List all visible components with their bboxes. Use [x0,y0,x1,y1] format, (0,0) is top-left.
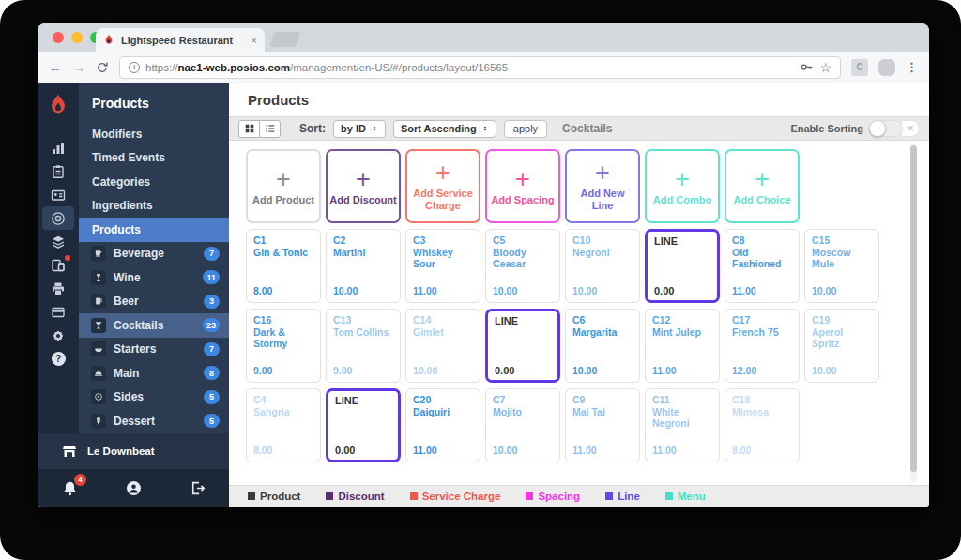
product-card-c16[interactable]: C16Dark & Stormy9.00 [246,309,321,383]
extension-blob-icon[interactable] [878,59,895,76]
sidebar-category-beer[interactable]: Beer3 [79,290,229,314]
rail-payments-button[interactable] [42,300,74,324]
rail-help-button[interactable]: ? [42,347,74,371]
rail-customers-button[interactable] [42,183,74,206]
product-card-c13[interactable]: C13Tom Collins9.00 [326,309,401,383]
product-card-c7[interactable]: C7Mojito10.00 [485,388,560,462]
sort-order-select[interactable]: Sort Ascending [393,120,496,138]
product-card-c17[interactable]: C17French 7512.00 [725,309,800,383]
apply-button[interactable]: apply [504,120,547,138]
close-window-button[interactable] [53,32,64,43]
product-card-c9[interactable]: C9Mai Tai11.00 [565,388,640,462]
sort-by-select[interactable]: by ID [333,120,386,138]
legend-label: Service Charge [422,491,501,502]
reload-icon[interactable] [96,61,109,74]
product-code: C7 [493,394,553,406]
line-card[interactable]: LINE0.00 [645,229,720,303]
product-card-c10[interactable]: C10Negroni10.00 [565,229,640,303]
product-card-c15[interactable]: C15Moscow Mule10.00 [804,229,879,303]
product-price: 11.00 [652,445,712,457]
add-button-add-discount[interactable]: +Add Discount [326,149,401,223]
rail-reports-button[interactable] [42,136,74,159]
add-button-label: Add New Line [569,188,636,211]
rail-settings-button[interactable] [42,324,74,347]
scrollbar-thumb[interactable] [910,145,917,472]
product-card-content: C14Gimlet10.00 [413,314,473,377]
rail-printers-button[interactable] [42,277,74,300]
key-icon[interactable] [800,60,814,74]
product-card-c8[interactable]: C8Old Fashioned11.00 [725,229,800,303]
browser-menu-icon[interactable]: ⋮ [906,60,918,74]
account-button[interactable] [123,477,144,498]
rail-inventory-button[interactable] [42,230,74,253]
sidebar-category-dessert[interactable]: Dessert5 [79,409,229,433]
add-button-add-combo[interactable]: +Add Combo [645,149,720,223]
product-card-content: C7Mojito10.00 [493,394,553,457]
sidebar-item-modifiers[interactable]: Modifiers [79,122,229,146]
sidebar-category-beverage[interactable]: Beverage7 [79,242,229,266]
category-count-badge: 11 [203,270,220,284]
category-icon-box [91,341,106,356]
product-card-c20[interactable]: C20Daiquiri11.00 [405,388,480,462]
product-card-c2[interactable]: C2Martini10.00 [326,229,401,303]
sidebar-category-cocktails[interactable]: Cocktails23 [79,313,229,338]
enable-sorting-toggle[interactable] [869,120,903,137]
extension-c-icon[interactable]: C [851,59,868,76]
grid-view-button[interactable] [238,120,260,138]
list-view-icon [265,123,276,134]
sidebar-item-products[interactable]: Products [79,218,229,242]
add-button-add-service-charge[interactable]: +Add Service Charge [405,149,480,223]
close-sorting-icon[interactable]: × [901,120,920,137]
legend-item-spacing: Spacing [526,491,580,502]
product-card-content: C2Martini10.00 [333,235,393,297]
back-icon[interactable]: ← [49,61,62,74]
tab-close-icon[interactable]: × [252,35,257,46]
add-button-add-spacing[interactable]: +Add Spacing [485,149,560,223]
minimize-window-button[interactable] [71,32,83,43]
category-label: Cocktails [114,319,163,332]
add-button-label: Add Spacing [491,194,554,206]
add-button-add-new-line[interactable]: +Add New Line [565,149,640,223]
rail-devices-button[interactable] [42,253,74,277]
sidebar-category-main[interactable]: Main8 [79,361,229,386]
product-card-c18[interactable]: C18Mimosa8.00 [725,388,800,462]
sidebar-item-ingredients[interactable]: Ingredients [79,194,229,219]
new-tab-button[interactable] [269,32,300,47]
info-icon[interactable]: i [129,62,140,73]
sidebar-category-sides[interactable]: Sides5 [79,386,229,410]
main-scrollbar[interactable] [910,144,917,483]
line-card[interactable]: LINE0.00 [485,309,560,383]
product-card-c1[interactable]: C1Gin & Tonic8.00 [246,229,321,303]
add-button-add-choice[interactable]: +Add Choice [725,149,800,223]
grid-view-icon [244,123,255,134]
list-view-button[interactable] [259,120,281,138]
product-card-c6[interactable]: C6Margarita10.00 [565,309,640,383]
product-card-c14[interactable]: C14Gimlet10.00 [405,309,480,383]
browser-tab[interactable]: Lightspeed Restaurant × [96,28,265,52]
star-icon[interactable]: ☆ [819,60,831,75]
sidebar-title: Products [79,83,229,122]
product-card-c5[interactable]: C5Bloody Ceasar10.00 [485,229,560,303]
sidebar-category-starters[interactable]: Starters7 [79,338,229,362]
notifications-button[interactable]: 4 [59,477,80,498]
sidebar-category-wine[interactable]: Wine11 [79,265,229,290]
line-card[interactable]: LINE0.00 [326,388,401,462]
product-card-c11[interactable]: C11White Negroni11.00 [645,388,720,462]
location-bar[interactable]: Le Downbeat [38,433,229,469]
rail-products-button[interactable] [42,206,74,230]
product-card-c4[interactable]: C4Sangria8.00 [246,388,321,462]
sidebar-item-categories[interactable]: Categories [79,170,229,194]
product-code: C20 [413,394,473,406]
notification-count-badge: 4 [74,474,86,486]
product-card-c3[interactable]: C3Whiskey Sour11.00 [405,229,480,303]
rail-orders-button[interactable] [42,159,74,183]
logout-button[interactable] [187,477,207,498]
add-button-add-product[interactable]: +Add Product [246,149,321,223]
product-card-c12[interactable]: C12Mint Julep11.00 [645,309,720,383]
product-price: 10.00 [812,365,872,377]
url-bar[interactable]: i https://nae1-web.posios.com/management… [119,56,841,79]
sidebar: ? Products ModifiersTimed EventsCategori… [38,83,229,507]
product-card-c19[interactable]: C19Aperol Spritz10.00 [804,309,879,383]
printer-icon [51,281,66,296]
sidebar-item-timed-events[interactable]: Timed Events [79,146,229,171]
